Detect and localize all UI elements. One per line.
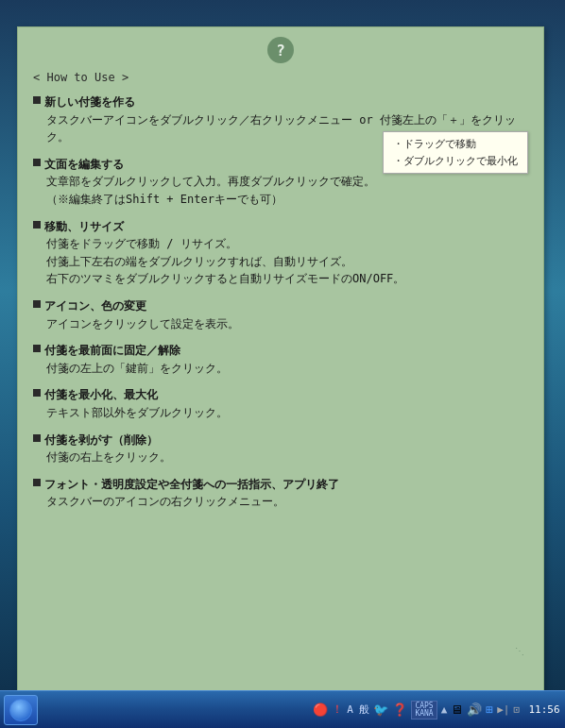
start-button[interactable] xyxy=(4,695,38,725)
section-title-pin: 付箋を最前面に固定／解除 xyxy=(33,342,528,360)
bullet-new-note xyxy=(33,96,41,104)
bullet-pin xyxy=(33,345,41,352)
tray-icon-help[interactable]: ❓ xyxy=(392,703,407,717)
section-settings: フォント・透明度設定や全付箋への一括指示、アプリ終了タスクバーのアイコンの右クリ… xyxy=(33,476,528,511)
windows-icon[interactable]: ⊞ xyxy=(486,703,493,717)
section-icon-color: アイコン、色の変更アイコンをクリックして設定を表示。 xyxy=(33,297,528,332)
resize-handle[interactable]: ⋱ xyxy=(515,646,524,656)
section-body-edit: 文章部をダブルクリックして入力。再度ダブルクリックで確定。（※編集終了はShif… xyxy=(46,173,528,208)
tray-icon-exclaim[interactable]: ！ xyxy=(332,702,343,718)
time-display: 11:56 xyxy=(527,703,561,716)
bullet-icon-color xyxy=(33,300,41,308)
taskbar: 🔴 ！ A 般 🐦 ❓ CAPS KANA ▲ 🖥 🔊 ⊞ ▶| ⊡ xyxy=(0,690,565,728)
section-title-text-icon-color: アイコン、色の変更 xyxy=(44,297,146,315)
tooltip-line1: ・ドラッグで移動 xyxy=(393,136,518,153)
section-body-move-resize: 付箋をドラッグで移動 / リサイズ。付箋上下左右の端をダブルクリックすれば、自動… xyxy=(46,235,528,288)
bullet-settings xyxy=(33,479,41,486)
section-title-text-minimize-maximize: 付箋を最小化、最大化 xyxy=(44,386,158,404)
section-title-text-edit: 文面を編集する xyxy=(44,156,124,174)
tray-expand-icon[interactable]: ▲ xyxy=(441,703,448,716)
system-tray: 🔴 ！ A 般 🐦 ❓ CAPS KANA ▲ 🖥 🔊 ⊞ ▶| ⊡ xyxy=(313,701,561,720)
caps-lock-indicator: CAPS KANA xyxy=(411,701,437,720)
section-title-minimize-maximize: 付箋を最小化、最大化 xyxy=(33,386,528,404)
start-orb xyxy=(9,699,32,721)
section-title-settings: フォント・透明度設定や全付箋への一括指示、アプリ終了 xyxy=(33,476,528,494)
taskbar-icon-extra2[interactable]: ⊡ xyxy=(513,703,520,716)
network-icon[interactable]: 🖥 xyxy=(451,703,463,717)
nav-text[interactable]: < How to Use > xyxy=(33,71,128,84)
tray-icon-bird[interactable]: 🐦 xyxy=(373,703,388,717)
tooltip-box: ・ドラッグで移動 ・ダブルクリックで最小化 xyxy=(383,131,528,174)
section-body-pin: 付箋の左上の「鍵前」をクリック。 xyxy=(46,360,528,378)
section-title-text-settings: フォント・透明度設定や全付箋への一括指示、アプリ終了 xyxy=(44,476,339,494)
section-body-settings: タスクバーのアイコンの右クリックメニュー。 xyxy=(46,493,528,511)
question-icon: ? xyxy=(267,37,294,63)
desktop: ? < How to Use > ・ドラッグで移動 ・ダブルクリックで最小化 新… xyxy=(0,0,565,728)
section-title-text-pin: 付箋を最前面に固定／解除 xyxy=(44,342,180,360)
tooltip-line2: ・ダブルクリックで最小化 xyxy=(393,153,518,170)
volume-icon[interactable]: 🔊 xyxy=(467,703,482,717)
section-title-move-resize: 移動、リサイズ xyxy=(33,218,528,236)
bullet-edit xyxy=(33,159,41,166)
section-body-delete: 付箋の右上をクリック。 xyxy=(46,449,528,466)
tray-icon-a[interactable]: A 般 xyxy=(347,703,369,717)
section-title-new-note: 新しい付箋を作る xyxy=(33,93,528,111)
section-move-resize: 移動、リサイズ付箋をドラッグで移動 / リサイズ。付箋上下左右の端をダブルクリッ… xyxy=(33,218,528,288)
section-minimize-maximize: 付箋を最小化、最大化テキスト部以外をダブルクリック。 xyxy=(33,386,528,421)
tray-icon-red[interactable]: 🔴 xyxy=(313,703,328,717)
section-body-minimize-maximize: テキスト部以外をダブルクリック。 xyxy=(46,404,528,422)
taskbar-time: 11:56 xyxy=(527,703,561,716)
nav-row[interactable]: < How to Use > xyxy=(33,71,528,84)
section-title-text-new-note: 新しい付箋を作る xyxy=(44,93,135,111)
sticky-note[interactable]: ? < How to Use > ・ドラッグで移動 ・ダブルクリックで最小化 新… xyxy=(17,26,544,697)
kana-text: KANA xyxy=(415,710,433,718)
section-title-text-delete: 付箋を剥がす（削除） xyxy=(44,432,158,449)
help-icon-area: ? xyxy=(33,37,528,63)
bullet-delete xyxy=(33,434,41,442)
taskbar-icon-extra[interactable]: ▶| xyxy=(497,703,509,716)
bullet-move-resize xyxy=(33,221,41,229)
section-title-delete: 付箋を剥がす（削除） xyxy=(33,432,528,449)
section-title-icon-color: アイコン、色の変更 xyxy=(33,297,528,315)
section-pin: 付箋を最前面に固定／解除付箋の左上の「鍵前」をクリック。 xyxy=(33,342,528,377)
section-body-icon-color: アイコンをクリックして設定を表示。 xyxy=(46,315,528,333)
bullet-minimize-maximize xyxy=(33,389,41,397)
section-delete: 付箋を剥がす（削除）付箋の右上をクリック。 xyxy=(33,432,528,466)
section-title-text-move-resize: 移動、リサイズ xyxy=(44,218,124,236)
